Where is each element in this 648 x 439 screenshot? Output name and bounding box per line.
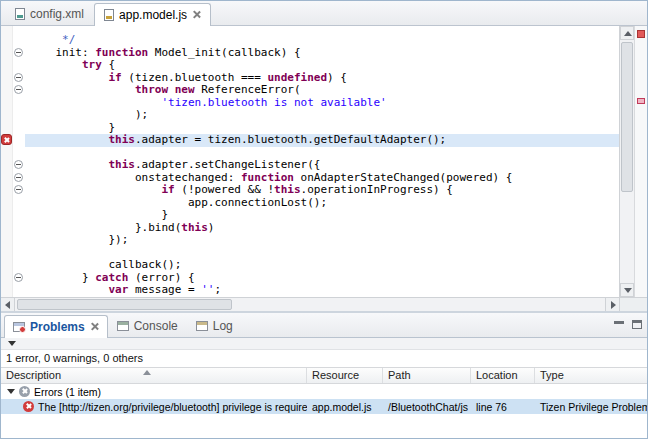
overview-status-error-icon[interactable] xyxy=(637,30,645,38)
scroll-right-icon[interactable] xyxy=(605,298,619,311)
sort-indicator-icon xyxy=(143,370,151,375)
tab-label: config.xml xyxy=(30,7,84,21)
view-menu-row xyxy=(1,338,647,350)
expand-toggle-icon[interactable] xyxy=(7,389,15,394)
scroll-down-icon[interactable] xyxy=(620,283,634,297)
scroll-left-icon[interactable] xyxy=(1,298,15,311)
tab-problems[interactable]: Problems xyxy=(4,315,108,338)
errors-group-icon xyxy=(19,386,30,397)
scroll-up-icon[interactable] xyxy=(620,26,634,40)
xml-file-icon xyxy=(15,8,25,20)
tab-label: Problems xyxy=(30,320,85,334)
problems-table-header: Description Resource Path Location Type xyxy=(1,367,647,384)
code-line[interactable]: init: function Model_init(callback) { xyxy=(29,47,619,60)
console-view-icon xyxy=(117,321,129,331)
problem-row[interactable]: The [http://tizen.org/privilege/bluetoot… xyxy=(1,399,647,414)
problem-resource: app.model.js xyxy=(307,399,383,414)
errors-group-row[interactable]: Errors (1 item) xyxy=(1,384,647,399)
errors-group-label: Errors (1 item) xyxy=(34,386,101,398)
problem-description: The [http://tizen.org/privilege/bluetoot… xyxy=(38,401,307,413)
vertical-scroll-thumb[interactable] xyxy=(621,42,633,192)
horizontal-scroll-thumb[interactable] xyxy=(17,299,232,310)
editor-tabbar: config.xml app.model.js xyxy=(1,1,647,26)
code-line[interactable]: this.adapter = tizen.bluetooth.getDefaul… xyxy=(25,134,619,147)
problems-view-icon xyxy=(13,322,25,332)
code-area[interactable]: */ init: function Model_init(callback) {… xyxy=(25,26,619,297)
fold-collapse-icon[interactable] xyxy=(14,48,23,57)
view-menu-icon[interactable] xyxy=(8,341,16,346)
minimize-icon[interactable] xyxy=(613,319,625,330)
code-editor: */ init: function Model_init(callback) {… xyxy=(1,26,647,297)
vertical-scrollbar[interactable] xyxy=(619,26,634,297)
code-line[interactable]: }); xyxy=(29,234,619,247)
column-header-description[interactable]: Description xyxy=(1,368,307,383)
column-header-resource[interactable]: Resource xyxy=(307,368,383,383)
fold-collapse-icon[interactable] xyxy=(14,160,23,169)
overview-error-marker[interactable] xyxy=(637,98,645,104)
fold-collapse-icon[interactable] xyxy=(14,185,23,194)
problems-empty-area xyxy=(1,414,647,438)
annotation-ruler[interactable] xyxy=(1,26,13,297)
code-lines: */ init: function Model_init(callback) {… xyxy=(29,34,619,297)
horizontal-scroll-track[interactable] xyxy=(15,298,605,311)
close-tab-icon[interactable] xyxy=(192,10,201,19)
tab-log[interactable]: Log xyxy=(187,314,242,337)
fold-collapse-icon[interactable] xyxy=(14,173,23,182)
column-header-path[interactable]: Path xyxy=(383,368,471,383)
view-window-buttons xyxy=(613,319,643,330)
ide-window: config.xml app.model.js */ init: functio… xyxy=(0,0,648,439)
problem-path: /BluetoothChat/js xyxy=(383,399,471,414)
tab-label: Console xyxy=(134,319,178,333)
bottom-tabbar: Problems Console Log xyxy=(1,313,647,338)
code-line[interactable]: var message = ''; xyxy=(29,284,619,297)
fold-ruler[interactable] xyxy=(13,26,25,297)
tab-console[interactable]: Console xyxy=(108,314,187,337)
tab-config-xml[interactable]: config.xml xyxy=(5,2,94,25)
column-header-location[interactable]: Location xyxy=(471,368,535,383)
fold-collapse-icon[interactable] xyxy=(14,73,23,82)
tab-label: app.model.js xyxy=(119,8,187,22)
tab-app-model-js[interactable]: app.model.js xyxy=(94,3,211,26)
problems-view: Problems Console Log 1 error, 0 warnings… xyxy=(1,313,647,438)
maximize-icon[interactable] xyxy=(631,319,643,330)
scrollbar-corner xyxy=(619,298,647,311)
fold-collapse-icon[interactable] xyxy=(14,273,23,282)
overview-ruler[interactable] xyxy=(634,26,647,297)
problems-summary: 1 error, 0 warnings, 0 others xyxy=(1,350,647,367)
close-tab-icon[interactable] xyxy=(90,322,99,331)
problem-type: Tizen Privilege Problem xyxy=(535,399,647,414)
problem-location: line 76 xyxy=(471,399,535,414)
error-annotation-icon[interactable] xyxy=(1,134,12,145)
horizontal-scrollbar[interactable] xyxy=(1,297,647,311)
log-view-icon xyxy=(196,321,208,331)
code-line[interactable]: ); xyxy=(29,109,619,122)
js-file-icon xyxy=(104,9,114,21)
error-icon xyxy=(23,401,34,412)
tab-label: Log xyxy=(213,319,233,333)
fold-collapse-icon[interactable] xyxy=(14,85,23,94)
column-header-type[interactable]: Type xyxy=(535,368,647,383)
